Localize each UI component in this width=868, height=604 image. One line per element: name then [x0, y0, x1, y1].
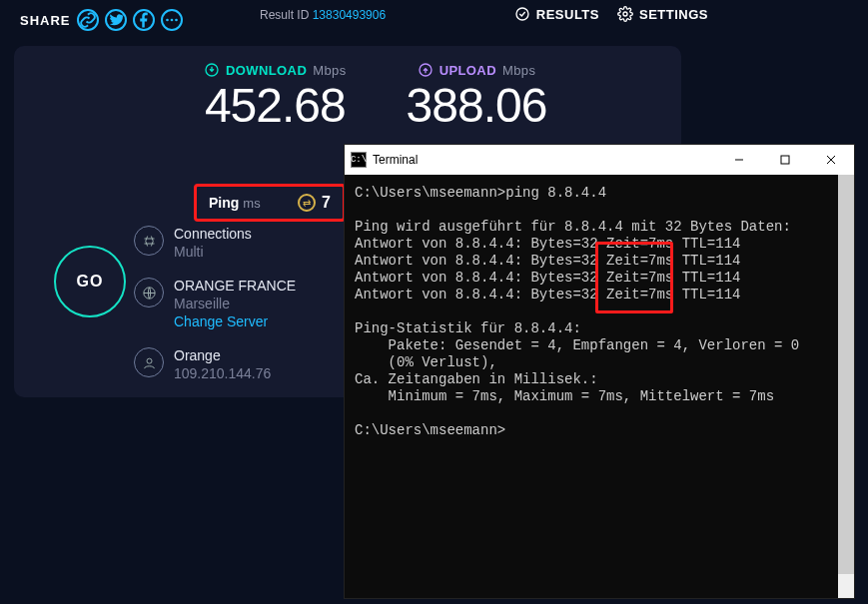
svg-rect-9	[781, 156, 789, 164]
isp-name: Orange	[174, 347, 271, 363]
results-link[interactable]: RESULTS	[514, 6, 599, 22]
change-server-link[interactable]: Change Server	[174, 313, 296, 329]
svg-point-0	[166, 19, 169, 22]
isp-row: Orange 109.210.144.76	[134, 347, 296, 381]
download-label: DOWNLOAD	[226, 63, 307, 78]
scrollbar-thumb[interactable]	[838, 175, 854, 574]
result-id-value[interactable]: 13830493906	[313, 8, 386, 22]
terminal-scrollbar[interactable]	[838, 175, 854, 598]
server-row: ORANGE FRANCE Marseille Change Server	[134, 278, 296, 329]
go-label: GO	[77, 273, 104, 291]
share-link-icon[interactable]	[77, 9, 99, 31]
maximize-button[interactable]	[762, 145, 808, 175]
connections-title: Connections	[174, 226, 252, 242]
result-id-label: Result ID	[260, 8, 313, 22]
upload-column: UPLOAD Mbps 388.06	[407, 62, 547, 133]
upload-label: UPLOAD	[439, 63, 496, 78]
download-unit: Mbps	[313, 63, 346, 78]
server-name: ORANGE FRANCE	[174, 278, 296, 294]
ping-label: Ping	[209, 195, 239, 211]
result-id: Result ID 13830493906	[260, 8, 386, 22]
isp-ip: 109.210.144.76	[174, 365, 271, 381]
speeds-row: DOWNLOAD Mbps 452.68 UPLOAD Mbps 388.06	[34, 62, 661, 133]
globe-icon	[134, 278, 164, 307]
download-value: 452.68	[205, 78, 346, 133]
settings-link[interactable]: SETTINGS	[617, 6, 708, 22]
connections-row: Connections Multi	[134, 226, 296, 260]
gear-icon	[617, 6, 633, 22]
results-label: RESULTS	[536, 7, 599, 22]
settings-label: SETTINGS	[639, 7, 708, 22]
upload-value: 388.06	[407, 78, 547, 133]
results-icon	[514, 6, 530, 22]
terminal-app-icon: C:\	[351, 152, 367, 168]
download-column: DOWNLOAD Mbps 452.68	[204, 62, 347, 133]
svg-point-2	[175, 19, 178, 22]
ping-unit: ms	[243, 196, 260, 211]
share-twitter-icon[interactable]	[105, 9, 127, 31]
download-icon	[204, 62, 220, 78]
top-links: RESULTS SETTINGS	[514, 6, 708, 22]
connections-value: Multi	[174, 244, 252, 260]
share-more-icon[interactable]	[161, 9, 183, 31]
terminal-window: C:\ Terminal C:\Users\mseemann>ping 8.8.…	[344, 144, 855, 599]
ping-highlight-box: Ping ms ⇄ 7	[194, 184, 346, 222]
svg-point-8	[147, 358, 152, 363]
terminal-title: Terminal	[373, 153, 418, 167]
terminal-titlebar[interactable]: C:\ Terminal	[345, 145, 854, 175]
connection-meta: Connections Multi ORANGE FRANCE Marseill…	[134, 226, 296, 381]
share-label: SHARE	[20, 13, 71, 28]
upload-unit: Mbps	[502, 63, 535, 78]
share-facebook-icon[interactable]	[133, 9, 155, 31]
svg-point-3	[516, 8, 528, 20]
minimize-button[interactable]	[716, 145, 762, 175]
svg-point-1	[170, 19, 173, 22]
topbar: SHARE Result ID 13830493906 RESULTS SETT…	[0, 0, 868, 34]
terminal-body[interactable]: C:\Users\mseemann>ping 8.8.4.4 Ping wird…	[345, 175, 844, 598]
ping-value: 7	[322, 194, 331, 212]
latency-icon: ⇄	[298, 194, 316, 212]
user-icon	[134, 347, 164, 377]
go-button[interactable]: GO	[54, 246, 126, 317]
connections-icon	[134, 226, 164, 256]
server-location: Marseille	[174, 296, 296, 311]
upload-icon	[418, 62, 434, 78]
close-button[interactable]	[808, 145, 854, 175]
svg-point-4	[623, 12, 627, 16]
